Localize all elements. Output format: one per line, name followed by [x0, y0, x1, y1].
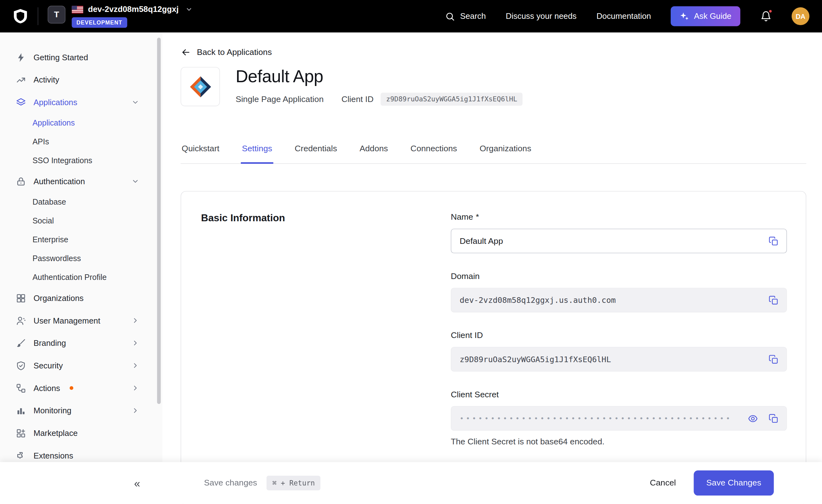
tenant-initial-badge: T [48, 6, 66, 24]
domain-label: Domain [451, 271, 480, 281]
sidebar-subitem-sso-integrations[interactable]: SSO Integrations [0, 151, 162, 170]
client-secret-field-group: Client Secret [451, 390, 787, 446]
tab-addons[interactable]: Addons [359, 137, 389, 164]
sidebar-subitem-applications[interactable]: Applications [0, 114, 162, 132]
sidebar-item-extensions[interactable]: Extensions [0, 444, 162, 462]
sidebar-item-applications[interactable]: Applications [0, 91, 162, 114]
app-logo [180, 67, 220, 106]
sidebar-subitem-database[interactable]: Database [0, 193, 162, 212]
app-header: Default App Single Page Application Clie… [180, 67, 822, 106]
page-title: Default App [236, 67, 522, 86]
search-button[interactable]: Search [445, 11, 486, 21]
copy-name-button[interactable] [767, 234, 780, 248]
sidebar-item-label: Organizations [34, 293, 83, 303]
sparkle-icon [680, 12, 689, 21]
collapse-sidebar-button[interactable]: « [134, 478, 140, 489]
layers-icon [16, 97, 26, 107]
app-header-text: Default App Single Page Application Clie… [236, 67, 522, 106]
copy-client-id-button[interactable] [767, 353, 780, 366]
sidebar-item-label: Actions [34, 383, 60, 393]
brush-icon [16, 338, 26, 348]
client-secret-input [451, 406, 787, 431]
search-label: Search [460, 12, 486, 21]
tab-credentials[interactable]: Credentials [294, 137, 338, 164]
sidebar-item-label: User Management [34, 316, 100, 325]
discuss-needs-link[interactable]: Discuss your needs [506, 12, 577, 21]
basic-information-card: Basic Information Name * [180, 191, 806, 504]
sidebar-item-marketplace[interactable]: Marketplace [0, 422, 162, 444]
sidebar-subitem-authentication-profile[interactable]: Authentication Profile [0, 268, 162, 287]
tab-connections[interactable]: Connections [409, 137, 458, 164]
copy-icon [769, 413, 779, 423]
sidebar-item-label: Authentication [34, 177, 85, 186]
sidebar-item-monitoring[interactable]: Monitoring [0, 399, 162, 422]
back-to-applications-link[interactable]: Back to Applications [180, 47, 272, 57]
sidebar-item-authentication[interactable]: Authentication [0, 170, 162, 193]
tenant-switcher[interactable]: T dev-2vzd08m58q12ggxj DEVELOPMENT [48, 5, 193, 28]
sidebar-item-getting-started[interactable]: Getting Started [0, 46, 162, 69]
sidebar-subitem-enterprise[interactable]: Enterprise [0, 230, 162, 249]
client-id-input [451, 347, 787, 372]
chevron-right-icon [131, 339, 139, 347]
chevron-right-icon [131, 362, 139, 369]
sidebar: Getting Started Activity Applications Ap… [0, 32, 162, 462]
required-mark: * [476, 212, 479, 222]
sidebar-item-label: Monitoring [34, 406, 72, 415]
chevron-right-icon [131, 384, 139, 392]
notifications-button[interactable] [760, 10, 772, 22]
search-icon [445, 11, 455, 21]
client-id-chip[interactable]: z9D89ruOaS2uyWGGA5ig1J1fXsEQ6lHL [381, 93, 522, 106]
puzzle-icon [16, 450, 26, 461]
tenant-name: dev-2vzd08m58q12ggxj [88, 5, 179, 14]
save-hint-label: Save changes [204, 478, 257, 488]
name-field-group: Name * [451, 212, 787, 253]
tab-organizations[interactable]: Organizations [478, 137, 532, 164]
ask-guide-label: Ask Guide [694, 12, 731, 21]
topbar-left: T dev-2vzd08m58q12ggxj DEVELOPMENT [13, 5, 193, 28]
environment-badge: DEVELOPMENT [72, 17, 127, 28]
reveal-secret-button[interactable] [746, 411, 760, 425]
sidebar-item-label: Getting Started [34, 53, 88, 62]
cancel-button[interactable]: Cancel [650, 478, 676, 488]
sidebar-subitem-apis[interactable]: APIs [0, 132, 162, 151]
domain-field-group: Domain [451, 271, 787, 312]
lightning-icon [16, 52, 26, 62]
sidebar-item-security[interactable]: Security [0, 354, 162, 377]
notification-dot [768, 9, 773, 13]
user-avatar[interactable]: DA [792, 7, 809, 25]
sidebar-item-label: Applications [34, 98, 77, 107]
sidebar-item-branding[interactable]: Branding [0, 332, 162, 354]
chevron-down-icon [185, 6, 193, 13]
sidebar-item-label: Marketplace [34, 428, 78, 438]
bar-chart-icon [16, 405, 26, 416]
sidebar-item-user-management[interactable]: User Management [0, 309, 162, 332]
lock-icon [16, 176, 26, 186]
sidebar-item-actions[interactable]: Actions [0, 377, 162, 399]
shield-check-icon [16, 360, 26, 371]
eye-icon [748, 413, 758, 423]
sidebar-item-label: Extensions [34, 451, 73, 460]
grid-icon [16, 293, 26, 303]
default-app-logo-icon [188, 75, 212, 99]
tab-settings[interactable]: Settings [241, 137, 273, 164]
discuss-needs-label: Discuss your needs [506, 12, 577, 21]
copy-client-secret-button[interactable] [767, 412, 780, 425]
sidebar-item-organizations[interactable]: Organizations [0, 287, 162, 309]
client-secret-helper: The Client Secret is not base64 encoded. [451, 437, 787, 446]
sidebar-item-activity[interactable]: Activity [0, 68, 162, 91]
tab-quickstart[interactable]: Quickstart [180, 137, 221, 164]
copy-domain-button[interactable] [767, 293, 780, 307]
client-id-label: Client ID [451, 331, 483, 340]
ask-guide-button[interactable]: Ask Guide [671, 6, 740, 26]
back-link-label: Back to Applications [197, 48, 272, 57]
chevron-down-icon [131, 98, 139, 106]
sidebar-scrollbar[interactable] [157, 38, 161, 404]
new-indicator-dot [70, 386, 73, 390]
save-changes-button[interactable]: Save Changes [694, 470, 774, 496]
documentation-link[interactable]: Documentation [596, 12, 651, 21]
auth0-dashboard: T dev-2vzd08m58q12ggxj DEVELOPMENT [0, 0, 822, 504]
sidebar-subitem-social[interactable]: Social [0, 212, 162, 230]
sidebar-subitem-passwordless[interactable]: Passwordless [0, 249, 162, 268]
name-input[interactable] [451, 229, 787, 253]
user-icon [16, 315, 26, 326]
